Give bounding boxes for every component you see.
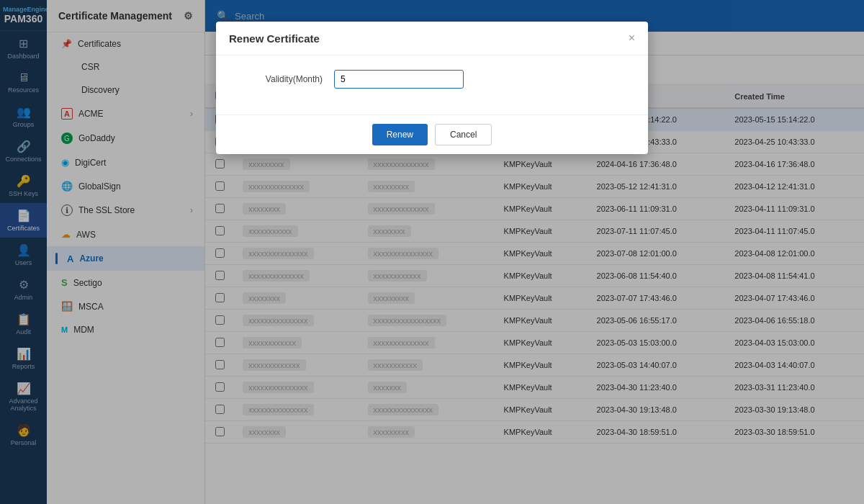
validity-label: Validity(Month) xyxy=(229,74,323,84)
renew-button[interactable]: Renew xyxy=(372,124,428,145)
validity-row: Validity(Month) xyxy=(229,70,635,89)
modal-close-button[interactable]: × xyxy=(629,32,635,45)
cancel-button[interactable]: Cancel xyxy=(435,124,492,145)
modal-overlay[interactable]: Renew Certificate × Validity(Month) Rene… xyxy=(0,0,864,504)
renew-certificate-modal: Renew Certificate × Validity(Month) Rene… xyxy=(216,22,648,154)
modal-header: Renew Certificate × xyxy=(216,22,648,55)
validity-input[interactable] xyxy=(334,70,464,89)
modal-body: Validity(Month) xyxy=(216,55,648,114)
modal-footer: Renew Cancel xyxy=(216,114,648,154)
modal-title: Renew Certificate xyxy=(229,32,320,45)
